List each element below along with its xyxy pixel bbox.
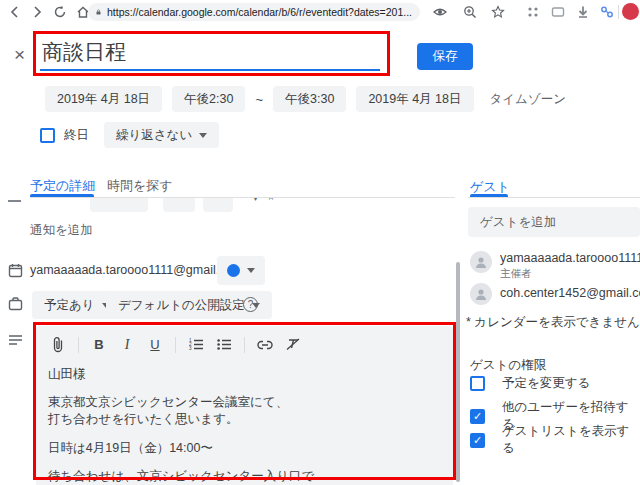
description-line: 山田様 [48,366,441,383]
toolbar-divider [618,5,619,19]
help-icon[interactable]: ? [243,297,258,312]
tab-find-a-time[interactable]: 時間を探す [107,177,173,195]
permission-row: ゲストリストを表示する [470,423,640,457]
person-avatar-icon [470,283,492,305]
event-title-input[interactable] [40,37,380,71]
recurrence-label: 繰り返さない [116,127,192,144]
guest-permissions-title: ゲストの権限 [470,357,546,374]
busy-status-label: 予定あり [44,297,95,314]
extension-frame-icon[interactable] [551,5,565,19]
modify-event-checkbox[interactable] [470,376,485,391]
extension-dots-icon[interactable] [526,5,540,19]
kebab-menu-icon[interactable]: ⋮ [636,3,640,17]
description-line: 打ち合わせを行いたく思います。 [48,411,441,428]
lock-icon [96,6,101,18]
bulleted-list-icon[interactable] [212,334,236,356]
zoom-in-icon[interactable] [463,5,477,19]
recurrence-dropdown[interactable]: 繰り返さない [104,122,219,148]
calendar-row: yamaaaaada.taroooo1111@gmail.com [0,256,455,286]
bold-icon[interactable]: B [87,334,111,356]
description-text[interactable]: 山田様 東京都文京シビックセンター会議室にて、 打ち合わせを行いたく思います。 … [36,358,453,485]
person-avatar-icon [470,251,492,273]
browser-toolbar: https://calendar.google.com/calendar/b/6… [0,0,640,24]
description-line: 日時は4月19日（金）14:00〜 [48,440,441,457]
url-text: https://calendar.google.com/calendar/b/6… [107,6,412,18]
notification-chip[interactable] [203,198,233,212]
close-icon[interactable]: × [14,44,25,66]
clear-formatting-icon[interactable] [281,334,305,356]
description-line: 東京都文京シビックセンター会議室にて、 [48,394,441,411]
notification-chip[interactable] [163,198,195,212]
calendar-note-text: * カレンダーを表示できません [466,314,640,331]
description-editor[interactable]: B I U 123 山田様 東京都文京シビックセンター会議室にて、 打ち合わせを… [36,326,453,485]
guest-list-item[interactable]: coh.center1452@gmail.com * [470,283,640,305]
save-button[interactable]: 保存 [417,43,473,70]
end-date-chip[interactable]: 2019年 4月 18日 [356,86,473,112]
end-time-chip[interactable]: 午後3:30 [273,86,346,112]
toolbar-separator [175,337,176,353]
start-date-chip[interactable]: 2019年 4月 18日 [45,86,162,112]
notification-chip[interactable] [90,198,148,212]
italic-icon[interactable]: I [115,334,139,356]
see-guest-list-checkbox[interactable] [470,433,485,448]
availability-row: 予定あり デフォルトの公開設定 ? [0,291,455,321]
address-bar[interactable]: https://calendar.google.com/calendar/b/6… [88,3,420,21]
download-arrow-icon[interactable] [576,5,590,19]
permission-row: 予定を変更する [470,375,640,392]
calendar-unavailable-note: * カレンダーを表示できません ? [466,314,640,331]
tab-event-details[interactable]: 予定の詳細 [30,177,95,195]
allday-row: 終日 繰り返さない [40,122,219,148]
back-icon[interactable] [8,5,22,19]
scrollbar-thumb[interactable] [456,262,460,482]
add-guests-placeholder: ゲストを追加 [480,214,556,231]
event-color-dropdown[interactable] [217,256,265,285]
chevron-down-icon[interactable]: ▾ [253,198,258,203]
time-range-separator: ~ [255,92,263,107]
add-guests-input[interactable]: ゲストを追加 [468,207,640,237]
bell-icon [8,198,21,202]
numbered-list-icon[interactable]: 123 [184,334,208,356]
chevron-down-icon [199,133,207,138]
underline-icon[interactable]: U [143,334,167,356]
calendar-owner-email: yamaaaaada.taroooo1111@gmail.com [30,263,243,277]
allday-checkbox[interactable] [40,128,55,143]
event-color-dot [227,264,240,277]
allday-label: 終日 [64,127,89,144]
svg-text:3: 3 [189,346,192,351]
remove-notification-icon[interactable]: × [268,198,274,203]
forward-icon[interactable] [30,5,44,19]
insert-link-icon[interactable] [253,334,277,356]
event-edit-page: https://calendar.google.com/calendar/b/6… [0,0,640,485]
calendar-icon [8,263,23,278]
chevron-down-icon [247,268,255,273]
timezone-button[interactable]: タイムゾーン [490,91,566,108]
guest-list-item[interactable]: yamaaaaada.taroooo1111@gmail.com 主催者 [470,251,640,281]
bookmark-star-icon[interactable] [491,5,505,19]
toolbar-separator [78,337,79,353]
toolbar-separator [244,337,245,353]
add-notification-button[interactable]: 通知を追加 [30,222,93,239]
description-icon [8,332,23,344]
link-extension-icon[interactable] [600,5,614,19]
start-time-chip[interactable]: 午後2:30 [172,86,245,112]
permission-label: 予定を変更する [502,375,590,392]
guests-tabs-divider [468,197,640,198]
briefcase-icon [8,296,23,311]
eye-icon[interactable] [433,5,447,19]
description-line: 待ち合わせは、文京シビックセンター入り口で [48,468,441,485]
permission-label: ゲストリストを表示する [502,423,640,457]
notification-row-clipped: ▾ × [0,198,455,214]
guest-role: 主催者 [500,267,640,281]
editor-toolbar: B I U 123 [36,326,453,358]
datetime-row: 2019年 4月 18日 午後2:30 ~ 午後3:30 2019年 4月 18… [45,86,566,112]
guest-email: coh.center1452@gmail.com * [500,286,640,300]
guest-email: yamaaaaada.taroooo1111@gmail.com [500,251,640,265]
reload-icon[interactable] [53,5,67,19]
attach-icon[interactable] [46,334,70,356]
invite-others-checkbox[interactable] [470,409,485,424]
visibility-label: デフォルトの公開設定 [118,297,245,314]
